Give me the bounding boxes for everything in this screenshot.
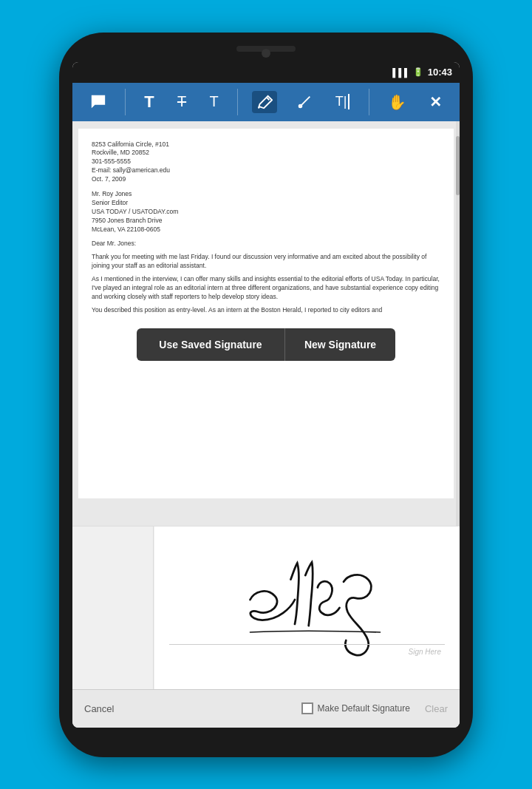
strikethrough-icon: T — [177, 93, 186, 110]
status-icons: ▌▌▌ 🔋 — [392, 67, 423, 77]
pan-icon: ✋ — [388, 93, 406, 111]
status-time: 10:43 — [428, 67, 452, 78]
default-signature-checkbox-area: Make Default Signature — [301, 702, 410, 714]
cancel-button[interactable]: Cancel — [84, 703, 114, 714]
typewriter-icon: T — [209, 93, 218, 110]
document-area: 8253 California Circle, #101 Rockville, … — [72, 121, 460, 526]
default-signature-label: Make Default Signature — [318, 703, 410, 714]
clear-button[interactable]: Clear — [425, 703, 448, 714]
document-paper: 8253 California Circle, #101 Rockville, … — [78, 129, 454, 498]
close-button[interactable]: ✕ — [425, 90, 446, 114]
text-tool-button[interactable]: T — [140, 89, 158, 115]
close-icon: ✕ — [429, 93, 442, 111]
use-saved-signature-button[interactable]: Use Saved Signature — [137, 328, 284, 361]
phone-camera — [262, 49, 270, 58]
toolbar-divider-2 — [237, 89, 238, 115]
strikethrough-tool-button[interactable]: T — [173, 90, 191, 113]
text-icon: T — [144, 92, 154, 112]
signature-popup: Use Saved Signature New Signature — [72, 328, 460, 361]
toolbar: T T T T| ✋ ✕ — [72, 83, 460, 121]
pan-tool-button[interactable]: ✋ — [383, 90, 411, 114]
sig-left-stub — [72, 526, 154, 689]
signal-icon: ▌▌▌ — [392, 68, 409, 77]
bottom-bar: Cancel Make Default Signature Clear — [72, 689, 460, 728]
pen-tool-button[interactable] — [292, 91, 317, 113]
doc-recipient: Mr. Roy Jones Senior Editor USA TODAY / … — [92, 190, 440, 234]
phone-screen: ▌▌▌ 🔋 10:43 T T T — [72, 62, 460, 728]
new-signature-button[interactable]: New Signature — [284, 328, 395, 361]
scrollbar-track[interactable] — [456, 121, 460, 526]
signature-panel: Sign Here — [72, 526, 460, 689]
typewriter-tool-button[interactable]: T — [205, 90, 222, 113]
battery-icon: 🔋 — [413, 67, 423, 77]
freetext-tool-button[interactable]: T| — [331, 91, 355, 112]
toolbar-divider-1 — [125, 89, 126, 115]
doc-address: 8253 California Circle, #101 Rockville, … — [92, 140, 440, 184]
doc-body: Dear Mr. Jones: Thank you for meeting wi… — [92, 240, 440, 314]
comment-tool-button[interactable] — [86, 91, 111, 113]
scrollbar-thumb — [456, 136, 460, 195]
freetext-icon: T| — [335, 94, 350, 109]
toolbar-divider-3 — [369, 89, 369, 115]
status-bar: ▌▌▌ 🔋 10:43 — [72, 62, 460, 83]
signature-hint: Sign Here — [409, 648, 441, 656]
default-signature-checkbox[interactable] — [301, 702, 313, 714]
signature-draw-area[interactable]: Sign Here — [154, 526, 460, 689]
phone-frame: ▌▌▌ 🔋 10:43 T T T — [59, 33, 473, 757]
signature-tool-button[interactable] — [252, 91, 277, 113]
signature-line — [169, 644, 445, 645]
signature-svg — [154, 526, 460, 689]
